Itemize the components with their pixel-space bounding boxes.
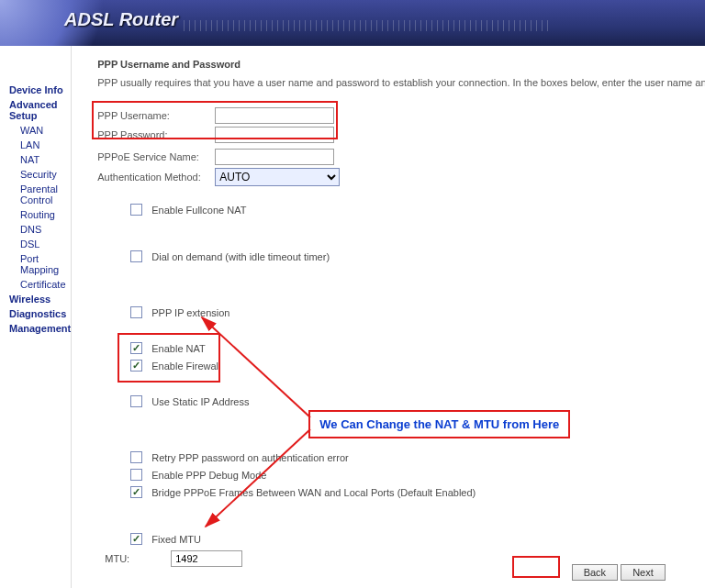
static-ip-label: Use Static IP Address bbox=[151, 396, 249, 407]
fixed-mtu-checkbox[interactable] bbox=[130, 533, 142, 545]
content-area: PPP Username and Password PPP usually re… bbox=[72, 46, 705, 588]
static-ip-checkbox[interactable] bbox=[130, 395, 142, 407]
ppp-ip-extension-label: PPP IP extension bbox=[151, 307, 229, 318]
enable-firewall-label: Enable Firewall bbox=[151, 361, 220, 372]
sidebar-item-security[interactable]: Security bbox=[9, 167, 71, 182]
banner-title: ADSL Router bbox=[64, 9, 178, 30]
annotation-callout: We Can Change the NAT & MTU from Here bbox=[308, 410, 570, 438]
next-button[interactable]: Next bbox=[621, 564, 666, 581]
sidebar-nav: Device Info Advanced Setup WAN LAN NAT S… bbox=[0, 46, 72, 588]
retry-ppp-label: Retry PPP password on authentication err… bbox=[151, 452, 348, 463]
dial-on-demand-label: Dial on demand (with idle timeout timer) bbox=[151, 251, 330, 262]
sidebar-item-lan[interactable]: LAN bbox=[9, 138, 71, 152]
fullcone-nat-label: Enable Fullcone NAT bbox=[151, 205, 246, 216]
ppp-username-input[interactable] bbox=[215, 107, 334, 124]
page-title: PPP Username and Password bbox=[97, 59, 705, 70]
sidebar-item-dsl[interactable]: DSL bbox=[9, 237, 71, 251]
sidebar-item-nat[interactable]: NAT bbox=[9, 152, 71, 167]
ppp-debug-label: Enable PPP Debug Mode bbox=[151, 470, 266, 481]
auth-method-label: Authentication Method: bbox=[97, 172, 215, 183]
mtu-label: MTU: bbox=[105, 553, 171, 564]
sidebar-item-device-info[interactable]: Device Info bbox=[9, 83, 71, 97]
banner-graphic-dots bbox=[184, 20, 551, 31]
ppp-ip-extension-checkbox[interactable] bbox=[130, 306, 142, 318]
sidebar-item-routing[interactable]: Routing bbox=[9, 207, 71, 222]
pppoe-service-label: PPPoE Service Name: bbox=[97, 151, 215, 162]
ppp-debug-checkbox[interactable] bbox=[130, 469, 142, 481]
sidebar-item-certificate[interactable]: Certificate bbox=[9, 277, 71, 292]
sidebar-item-advanced-setup[interactable]: Advanced Setup bbox=[9, 97, 71, 123]
auth-method-select[interactable]: AUTO bbox=[215, 168, 340, 186]
enable-firewall-checkbox[interactable] bbox=[130, 360, 142, 372]
back-button[interactable]: Back bbox=[572, 564, 618, 581]
sidebar-item-port-mapping[interactable]: Port Mapping bbox=[9, 251, 71, 277]
ppp-password-input[interactable] bbox=[215, 127, 334, 143]
fullcone-nat-checkbox[interactable] bbox=[130, 204, 142, 216]
mtu-input[interactable] bbox=[171, 550, 242, 567]
fixed-mtu-label: Fixed MTU bbox=[151, 534, 201, 545]
sidebar-item-dns[interactable]: DNS bbox=[9, 222, 71, 237]
ppp-password-label: PPP Password: bbox=[97, 129, 215, 140]
enable-nat-checkbox[interactable] bbox=[130, 342, 142, 354]
enable-nat-label: Enable NAT bbox=[151, 343, 206, 354]
ppp-username-label: PPP Username: bbox=[97, 110, 215, 121]
sidebar-item-wan[interactable]: WAN bbox=[9, 123, 71, 138]
banner-header: ADSL Router bbox=[0, 0, 705, 46]
dial-on-demand-checkbox[interactable] bbox=[130, 250, 142, 262]
annotation-highlight-nat bbox=[118, 333, 220, 383]
sidebar-item-diagnostics[interactable]: Diagnostics bbox=[9, 306, 71, 321]
sidebar-item-wireless[interactable]: Wireless bbox=[9, 292, 71, 306]
bridge-pppoe-label: Bridge PPPoE Frames Between WAN and Loca… bbox=[151, 487, 476, 498]
pppoe-service-input[interactable] bbox=[215, 149, 334, 165]
sidebar-item-parental-control[interactable]: Parental Control bbox=[9, 182, 71, 207]
page-description: PPP usually requires that you have a use… bbox=[97, 77, 705, 88]
bridge-pppoe-checkbox[interactable] bbox=[130, 486, 142, 498]
sidebar-item-management[interactable]: Management bbox=[9, 321, 71, 336]
credentials-block: PPP Username: PPP Password: bbox=[97, 105, 334, 146]
retry-ppp-checkbox[interactable] bbox=[130, 451, 142, 463]
